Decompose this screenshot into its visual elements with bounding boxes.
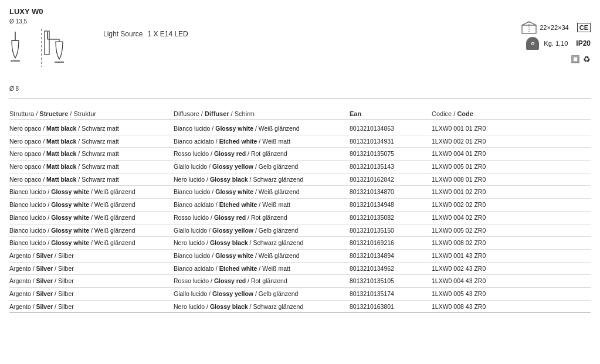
table-row: Bianco lucido / Glossy white / Weiß glän… bbox=[9, 186, 591, 199]
right-info: 22×22×34 CE G Kg. 1,10 IP20 bbox=[521, 18, 591, 64]
cell-codice: 1LXW0 008 01 ZR0 bbox=[432, 175, 526, 184]
cell-diffusore: Giallo lucido / Glossy yellow / Gelb glä… bbox=[174, 226, 350, 235]
ip-rating: IP20 bbox=[576, 39, 591, 47]
cell-struttura: Argento / Silver / Silber bbox=[9, 302, 174, 311]
cell-diffusore: Rosso lucido / Glossy red / Rot glänzend bbox=[174, 277, 350, 285]
cell-struttura: Argento / Silver / Silber bbox=[9, 251, 174, 260]
divider bbox=[9, 98, 591, 98]
table-row: Nero opaco / Matt black / Schwarz mattRo… bbox=[9, 148, 591, 161]
box-dimensions: 22×22×34 bbox=[540, 24, 569, 31]
symbols-row: ♻ bbox=[571, 55, 591, 64]
cell-codice: 1LXW0 001 02 ZR0 bbox=[432, 188, 526, 196]
cell-ean: 8013210134894 bbox=[350, 251, 432, 260]
cell-codice: 1LXW0 004 02 ZR0 bbox=[432, 213, 526, 222]
cell-ean: 8013210169216 bbox=[350, 239, 432, 247]
cell-struttura: Bianco lucido / Glossy white / Weiß glän… bbox=[9, 188, 174, 196]
table-row: Argento / Silver / SilberBianco lucido /… bbox=[9, 250, 591, 263]
table-row: Argento / Silver / SilberNero lucido / G… bbox=[9, 301, 591, 314]
cell-ean: 8013210135150 bbox=[350, 226, 432, 235]
cell-struttura: Argento / Silver / Silber bbox=[9, 264, 174, 273]
cell-ean: 8013210135143 bbox=[350, 162, 432, 171]
table-row: Argento / Silver / SilberBianco acidato … bbox=[9, 263, 591, 275]
table-row: Nero opaco / Matt black / Schwarz mattBi… bbox=[9, 135, 591, 148]
table-row: Nero opaco / Matt black / Schwarz mattBi… bbox=[9, 123, 591, 135]
product-svg bbox=[9, 26, 80, 84]
cell-ean: 8013210135082 bbox=[350, 213, 432, 222]
table-section: Struttura / Structure / Struktur Diffuso… bbox=[9, 108, 591, 313]
diagram-top bbox=[9, 26, 80, 84]
header-ean: Ean bbox=[350, 110, 432, 117]
cell-codice: 1LXW0 002 43 ZR0 bbox=[432, 264, 526, 273]
cell-codice: 1LXW0 005 02 ZR0 bbox=[432, 226, 526, 235]
cell-codice: 1LXW0 008 02 ZR0 bbox=[432, 239, 526, 247]
table-body: Nero opaco / Matt black / Schwarz mattBi… bbox=[9, 123, 591, 313]
light-source-label: Light Source bbox=[103, 30, 143, 38]
cell-diffusore: Bianco lucido / Glossy white / Weiß glän… bbox=[174, 124, 350, 133]
table-row: Nero opaco / Matt black / Schwarz mattNe… bbox=[9, 174, 591, 186]
cell-diffusore: Bianco lucido / Glossy white / Weiß glän… bbox=[174, 188, 350, 196]
cell-codice: 1LXW0 002 02 ZR0 bbox=[432, 200, 526, 209]
cell-struttura: Nero opaco / Matt black / Schwarz matt bbox=[9, 162, 174, 171]
box-icon bbox=[521, 21, 537, 35]
header-codice: Codice / Code bbox=[432, 110, 526, 117]
cell-ean: 8013210134962 bbox=[350, 264, 432, 273]
table-row: Bianco lucido / Glossy white / Weiß glän… bbox=[9, 224, 591, 237]
cell-diffusore: Bianco lucido / Glossy white / Weiß glän… bbox=[174, 251, 350, 260]
cell-diffusore: Giallo lucido / Glossy yellow / Gelb glä… bbox=[174, 162, 350, 171]
product-diagram: Ø 13,5 bbox=[9, 18, 91, 92]
table-row: Argento / Silver / SilberRosso lucido / … bbox=[9, 275, 591, 288]
cell-ean: 8013210134948 bbox=[350, 200, 432, 209]
cell-struttura: Argento / Silver / Silber bbox=[9, 277, 174, 285]
cell-struttura: Nero opaco / Matt black / Schwarz matt bbox=[9, 149, 174, 158]
dim-bottom-label: Ø 8 bbox=[9, 86, 19, 92]
cell-struttura: Nero opaco / Matt black / Schwarz matt bbox=[9, 137, 174, 146]
diagram-area: Ø 13,5 bbox=[9, 18, 591, 92]
svg-rect-6 bbox=[45, 31, 49, 55]
cell-struttura: Bianco lucido / Glossy white / Weiß glän… bbox=[9, 213, 174, 222]
cell-diffusore: Bianco acidato / Etched white / Weiß mat… bbox=[174, 137, 350, 146]
cell-diffusore: Rosso lucido / Glossy red / Rot glänzend bbox=[174, 213, 350, 222]
cell-diffusore: Nero lucido / Glossy black / Schwarz glä… bbox=[174, 239, 350, 247]
dimensions-box: 22×22×34 CE bbox=[521, 21, 591, 35]
recycling-icon: ♻ bbox=[583, 55, 591, 64]
table-row: Bianco lucido / Glossy white / Weiß glän… bbox=[9, 212, 591, 224]
weight-icon: G bbox=[526, 37, 539, 50]
cell-codice: 1LXW0 004 01 ZR0 bbox=[432, 149, 526, 158]
cell-ean: 8013210135075 bbox=[350, 149, 432, 158]
svg-rect-12 bbox=[573, 57, 578, 62]
cell-codice: 1LXW0 001 43 ZR0 bbox=[432, 251, 526, 260]
cell-codice: 1LXW0 008 43 ZR0 bbox=[432, 302, 526, 311]
cell-struttura: Argento / Silver / Silber bbox=[9, 290, 174, 298]
product-title: LUXY W0 bbox=[9, 7, 591, 16]
cell-struttura: Bianco lucido / Glossy white / Weiß glän… bbox=[9, 226, 174, 235]
header-struttura: Struttura / Structure / Struktur bbox=[9, 110, 174, 117]
table-row: Bianco lucido / Glossy white / Weiß glän… bbox=[9, 237, 591, 250]
cell-diffusore: Nero lucido / Glossy black / Schwarz glä… bbox=[174, 175, 350, 184]
cell-diffusore: Bianco acidato / Etched white / Weiß mat… bbox=[174, 200, 350, 209]
table-row: Argento / Silver / SilberGiallo lucido /… bbox=[9, 288, 591, 301]
cell-codice: 1LXW0 004 43 ZR0 bbox=[432, 277, 526, 285]
cell-ean: 8013210134931 bbox=[350, 137, 432, 146]
cell-diffusore: Giallo lucido / Glossy yellow / Gelb glä… bbox=[174, 290, 350, 298]
header-diffusore: Diffusore / Diffuser / Schirm bbox=[174, 110, 350, 117]
cell-ean: 8013210135105 bbox=[350, 277, 432, 285]
page-container: LUXY W0 Ø 13,5 bbox=[0, 0, 600, 320]
cell-ean: 8013210134870 bbox=[350, 188, 432, 196]
cell-codice: 1LXW0 002 01 ZR0 bbox=[432, 137, 526, 146]
cell-diffusore: Nero lucido / Glossy black / Schwarz glä… bbox=[174, 302, 350, 311]
cell-diffusore: Rosso lucido / Glossy red / Rot glänzend bbox=[174, 149, 350, 158]
cell-struttura: Nero opaco / Matt black / Schwarz matt bbox=[9, 175, 174, 184]
table-row: Bianco lucido / Glossy white / Weiß glän… bbox=[9, 199, 591, 212]
cell-codice: 1LXW0 005 43 ZR0 bbox=[432, 290, 526, 298]
cell-struttura: Nero opaco / Matt black / Schwarz matt bbox=[9, 124, 174, 133]
light-source-section: Light Source 1 X E14 LED bbox=[103, 18, 509, 38]
light-source-value: 1 X E14 LED bbox=[147, 30, 188, 38]
ce-mark: CE bbox=[577, 23, 591, 32]
table-row: Nero opaco / Matt black / Schwarz mattGi… bbox=[9, 161, 591, 174]
weight-value: Kg. 1,10 bbox=[544, 40, 568, 47]
cell-ean: 8013210162842 bbox=[350, 175, 432, 184]
cell-ean: 8013210163801 bbox=[350, 302, 432, 311]
table-headers: Struttura / Structure / Struktur Diffuso… bbox=[9, 108, 591, 120]
dim-top-label: Ø 13,5 bbox=[9, 18, 27, 25]
cell-codice: 1LXW0 001 01 ZR0 bbox=[432, 124, 526, 133]
